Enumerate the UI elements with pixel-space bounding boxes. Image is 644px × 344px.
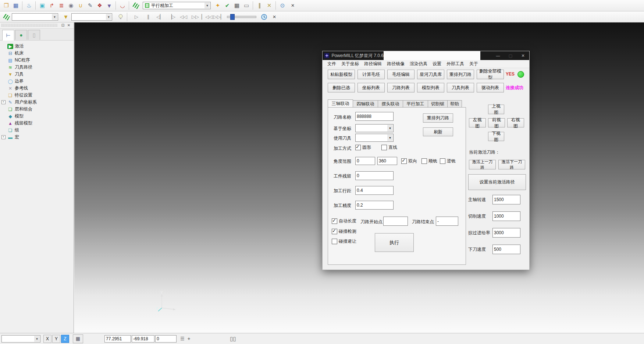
- fast-forward-icon[interactable]: ▷▷: [190, 13, 200, 21]
- pencil-edit-icon[interactable]: ✎: [85, 1, 95, 10]
- axis-lock-button[interactable]: X: [43, 335, 51, 343]
- execute-button[interactable]: 执行: [375, 233, 414, 252]
- toolpath-combobox[interactable]: ▾: [12, 13, 58, 21]
- dir-climb-checkbox[interactable]: 顺铣: [421, 158, 437, 164]
- menu-item[interactable]: 渲染仿真: [407, 60, 430, 68]
- toolpath-name-input[interactable]: 888888: [355, 112, 394, 121]
- toolbar-close-icon[interactable]: ✕: [289, 2, 296, 9]
- xyz-transform-icon[interactable]: ✕: [264, 1, 276, 10]
- view-top-button[interactable]: 上视图: [488, 105, 504, 114]
- tree-item[interactable]: + ✎ 用户坐标系: [1, 99, 74, 106]
- coord-y-input[interactable]: -69.918: [132, 335, 154, 343]
- tool-pair-icon[interactable]: ∥: [255, 1, 264, 10]
- expand-plus-icon[interactable]: +: [1, 135, 6, 139]
- view-combobox[interactable]: ▾: [1, 335, 40, 343]
- action-button[interactable]: 星河刀具库: [417, 70, 444, 79]
- tree-item[interactable]: + ✕ 参考线: [1, 85, 74, 92]
- view-left-button[interactable]: 左视图: [469, 118, 486, 127]
- speed-input[interactable]: 500: [492, 245, 520, 254]
- toolpath-check-icon[interactable]: ✔: [223, 1, 232, 10]
- activate-prev-button[interactable]: 激活上一刀路: [469, 160, 496, 169]
- axis-lock-button[interactable]: Y: [52, 335, 60, 343]
- menu-item[interactable]: 路径镜像: [384, 60, 407, 68]
- rewind-icon[interactable]: ◁◁: [178, 13, 189, 21]
- speed-input[interactable]: 3000: [492, 228, 520, 238]
- set-active-path-button[interactable]: 设置当前激活路径: [468, 174, 526, 190]
- chevron-down-icon[interactable]: ▾: [387, 125, 393, 131]
- strategy-tab[interactable]: 平行加工: [403, 100, 428, 107]
- angle-to-input[interactable]: 360: [377, 157, 397, 165]
- menu-item[interactable]: 文件: [325, 60, 339, 68]
- tree-item[interactable]: + ❏ 组: [1, 127, 74, 134]
- close-button[interactable]: ✕: [517, 51, 529, 60]
- lamp-icon[interactable]: [116, 13, 127, 21]
- menu-item[interactable]: 关于坐标: [339, 60, 362, 68]
- step-forward-icon[interactable]: ▕▷: [167, 13, 177, 21]
- menu-item[interactable]: 关于: [467, 60, 481, 68]
- tree-item[interactable]: + ◆ 模型: [1, 113, 74, 120]
- go-to-end-icon[interactable]: ▷▷▏: [214, 13, 224, 21]
- coord-z-input[interactable]: 0: [155, 335, 177, 343]
- ball-tool-icon[interactable]: ◉: [66, 1, 76, 10]
- menu-item[interactable]: 路径编辑: [362, 60, 384, 68]
- refresh-button[interactable]: 刷新: [423, 127, 453, 136]
- action-button[interactable]: 计算毛坯: [357, 70, 385, 79]
- action-button[interactable]: 删除全部模型: [477, 70, 504, 79]
- axis-lock-button[interactable]: Z: [61, 335, 69, 343]
- toolpath-strategy-icon[interactable]: ↱: [47, 1, 57, 10]
- tool-holder-icon[interactable]: ∪: [76, 1, 85, 10]
- tree-item[interactable]: + ◯ 边界: [1, 78, 74, 85]
- minimize-button[interactable]: —: [492, 51, 504, 60]
- start-point-input[interactable]: [383, 217, 408, 226]
- tree-item[interactable]: + ❑ 特征设置: [1, 92, 74, 99]
- teapot-calculator-icon[interactable]: ♨: [24, 1, 36, 10]
- tree-item[interactable]: + ⊟ 机床: [1, 50, 74, 57]
- strategy-tab[interactable]: 帮助: [447, 100, 462, 107]
- tree-item[interactable]: + ▼ 刀具: [1, 71, 74, 78]
- action-button[interactable]: 删除已选: [328, 83, 355, 92]
- toolpath-star-icon[interactable]: ✦: [213, 1, 223, 10]
- activate-next-button[interactable]: 激活下一刀路: [498, 160, 525, 169]
- action-button[interactable]: 毛坯编辑: [387, 70, 414, 79]
- panel-close-icon[interactable]: ✕: [66, 23, 71, 28]
- action-button[interactable]: 驱动列表: [477, 83, 504, 92]
- view-front-button[interactable]: 前视图: [488, 118, 505, 127]
- dir-both-checkbox[interactable]: 双向: [401, 158, 417, 164]
- mode-circle-checkbox[interactable]: 圆形: [355, 144, 371, 151]
- tolerance-input[interactable]: 0.2: [355, 201, 394, 210]
- chevron-down-icon[interactable]: ▾: [106, 14, 111, 20]
- measure-ruler-icon[interactable]: ▭: [242, 1, 253, 10]
- tree-item[interactable]: + ▬ 宏: [1, 134, 74, 141]
- base-coord-select[interactable]: ▾: [355, 124, 394, 132]
- grid-snap-icon[interactable]: ▦: [73, 334, 83, 343]
- menu-item[interactable]: 外部工具: [444, 60, 467, 68]
- viewport-toggle-icon[interactable]: ▯▯: [230, 336, 236, 342]
- tree-item[interactable]: + ▤ NC程序: [1, 57, 74, 64]
- go-to-start-icon[interactable]: ▏◁◁: [202, 13, 212, 21]
- recycle-bin-icon[interactable]: ▯: [28, 30, 40, 40]
- tree-item[interactable]: + ❏ 层和组合: [1, 106, 74, 113]
- chevron-down-icon[interactable]: ▾: [204, 3, 210, 8]
- action-button[interactable]: 刀路列表: [387, 83, 414, 92]
- tool-combobox[interactable]: ▾: [71, 13, 112, 21]
- dialog-titlebar[interactable]: PowerMILL 忆梦星河 7.0.6: [323, 51, 384, 60]
- action-button[interactable]: 重排列刀路: [447, 70, 474, 79]
- dock-restore-icon[interactable]: ⊡: [60, 23, 65, 28]
- nc-cylinders-icon[interactable]: ⊙: [278, 1, 287, 10]
- maximize-button[interactable]: ▢: [504, 51, 517, 60]
- explorer-tree-icon[interactable]: ⊢: [2, 30, 14, 41]
- simulation-speed-slider[interactable]: [227, 16, 256, 18]
- save-project-icon[interactable]: ▦: [11, 1, 22, 10]
- speed-input[interactable]: 1000: [492, 211, 520, 221]
- view-right-button[interactable]: 右视图: [507, 118, 524, 127]
- use-tool-select[interactable]: ▾: [355, 134, 394, 142]
- globe-web-icon[interactable]: ●: [15, 30, 27, 40]
- chevron-down-icon[interactable]: ▾: [387, 134, 393, 141]
- clock-icon[interactable]: [259, 13, 269, 21]
- step-back-icon[interactable]: ◁▏: [155, 13, 165, 21]
- action-button[interactable]: 坐标列表: [357, 83, 385, 92]
- dir-conventional-checkbox[interactable]: 逆铣: [440, 158, 456, 164]
- open-project-icon[interactable]: ❐: [1, 1, 11, 10]
- panel-grip[interactable]: ⊡ ✕: [0, 22, 74, 29]
- angle-from-input[interactable]: 0: [355, 157, 375, 165]
